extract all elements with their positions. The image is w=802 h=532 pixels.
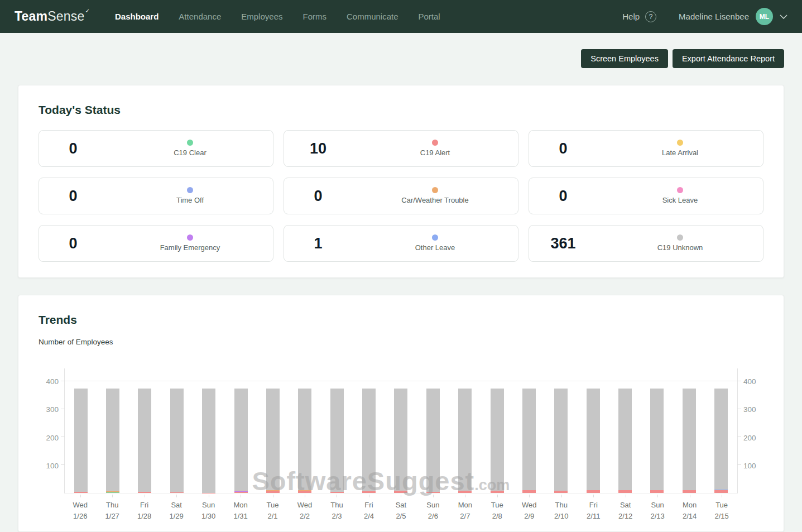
nav-item-employees[interactable]: Employees (241, 12, 282, 21)
bar-segment-unknown (330, 389, 344, 491)
x-label-date: 1/27 (96, 511, 128, 522)
status-tile-value: 361 (529, 235, 597, 252)
stacked-bar[interactable] (362, 389, 376, 493)
logo-check-icon: ✓ (85, 8, 90, 14)
x-axis-label: Sat2/12 (609, 495, 641, 521)
x-label-date: 1/28 (128, 511, 160, 522)
x-axis-label: Thu2/10 (545, 495, 577, 521)
bar-segment-unknown (362, 389, 376, 491)
stacked-bar[interactable] (554, 389, 568, 493)
stacked-bar[interactable] (202, 389, 215, 493)
bar-segment-unknown (714, 389, 728, 490)
bar-segment-alert (394, 491, 407, 493)
x-label-day: Wed (513, 500, 545, 511)
bar-segment-alert (554, 491, 568, 493)
status-tile: 0Late Arrival (529, 130, 763, 167)
status-tile-label: C19 Clear (174, 148, 206, 157)
stacked-bar[interactable] (170, 389, 184, 493)
nav-item-communicate[interactable]: Communicate (347, 12, 398, 21)
status-dot-icon (677, 140, 683, 146)
bar-segment-unknown (170, 389, 184, 492)
status-tile: 0C19 Clear (39, 130, 273, 167)
status-tile-right: Late Arrival (597, 140, 763, 158)
x-label-date: 2/5 (385, 511, 417, 522)
stacked-bar[interactable] (522, 389, 536, 493)
bar-segment-alert (266, 491, 280, 493)
status-dot-icon (677, 234, 683, 241)
top-nav: TeamSense✓ DashboardAttendanceEmployeesF… (0, 0, 802, 33)
bar-segment-alert (491, 491, 504, 493)
status-tile-label: Car/Weather Trouble (401, 196, 468, 204)
x-axis-label: Mon1/31 (224, 495, 256, 521)
stacked-bar[interactable] (106, 389, 119, 493)
status-tile: 0Family Emergency (39, 225, 273, 262)
stacked-bar[interactable] (426, 389, 440, 493)
x-axis-label: Sat2/5 (385, 495, 417, 521)
stacked-bar[interactable] (587, 389, 600, 493)
status-tile-label: Sick Leave (662, 196, 698, 204)
stacked-bar[interactable] (74, 389, 88, 493)
bar-segment-unknown (266, 389, 280, 490)
x-axis-label: Thu2/3 (321, 495, 353, 521)
x-label-day: Sat (160, 500, 192, 511)
x-label-day: Fri (353, 500, 385, 511)
help-button[interactable]: Help ? (622, 11, 656, 22)
status-tile-right: C19 Clear (107, 140, 273, 158)
user-menu[interactable]: Madeline Lisenbee ML (679, 8, 787, 25)
x-label-date: 1/29 (160, 511, 192, 522)
bar-cell (289, 368, 321, 493)
bar-segment-unknown (618, 389, 632, 490)
bar-cell (97, 368, 128, 493)
chart-plot-area: SoftwareSuggest.com (64, 368, 738, 493)
bar-segment-unknown (138, 389, 151, 492)
bar-cell (513, 368, 545, 493)
stacked-bar[interactable] (491, 389, 504, 493)
stacked-bar[interactable] (618, 389, 632, 493)
status-dot-icon (677, 187, 683, 193)
stacked-bar[interactable] (714, 389, 728, 493)
x-label-date: 2/8 (481, 511, 513, 522)
x-label-day: Sun (417, 500, 449, 511)
x-tickmark (497, 495, 498, 497)
app-logo[interactable]: TeamSense✓ (15, 9, 89, 24)
x-label-date: 2/11 (578, 511, 609, 522)
status-tile-label: Time Off (176, 196, 204, 204)
bar-segment-unknown (650, 389, 664, 490)
bar-segment-unknown (522, 389, 536, 490)
screen-employees-button[interactable]: Screen Employees (581, 49, 668, 68)
todays-status-card: Today's Status 0C19 Clear10C19 Alert0Lat… (18, 85, 784, 278)
nav-item-portal[interactable]: Portal (419, 12, 440, 21)
stacked-bar[interactable] (458, 389, 472, 493)
x-tickmark (241, 495, 241, 497)
export-attendance-report-button[interactable]: Export Attendance Report (673, 49, 784, 68)
stacked-bar[interactable] (683, 389, 696, 493)
stacked-bar[interactable] (298, 389, 311, 493)
bar-segment-alert (202, 493, 215, 493)
bar-cell (353, 368, 385, 493)
x-label-day: Sun (641, 500, 673, 511)
gridline-400 (65, 381, 737, 381)
bar-cell (129, 368, 161, 493)
stacked-bar[interactable] (650, 389, 664, 493)
trends-title: Trends (39, 313, 763, 327)
x-label-day: Mon (674, 500, 705, 511)
bar-cell (545, 368, 577, 493)
stacked-bar[interactable] (394, 389, 407, 493)
nav-item-forms[interactable]: Forms (302, 12, 326, 21)
nav-item-dashboard[interactable]: Dashboard (115, 12, 159, 21)
bar-cell (449, 368, 481, 493)
status-tile: 1Other Leave (284, 225, 518, 262)
x-label-date: 2/9 (513, 511, 545, 522)
stacked-bar[interactable] (330, 389, 344, 493)
stacked-bar[interactable] (266, 389, 280, 493)
stacked-bar[interactable] (138, 389, 151, 493)
stacked-bar[interactable] (234, 389, 248, 493)
x-label-day: Tue (257, 500, 289, 511)
x-label-day: Wed (289, 500, 320, 511)
logo-text-light: Sense (47, 9, 84, 23)
y-tick-label-left: 200 (46, 433, 59, 442)
x-label-day: Thu (545, 500, 577, 511)
x-axis-labels: Wed1/26Thu1/27Fri1/28Sat1/29Sun1/30Mon1/… (64, 495, 738, 521)
nav-item-attendance[interactable]: Attendance (179, 12, 221, 21)
bar-cell (417, 368, 449, 493)
